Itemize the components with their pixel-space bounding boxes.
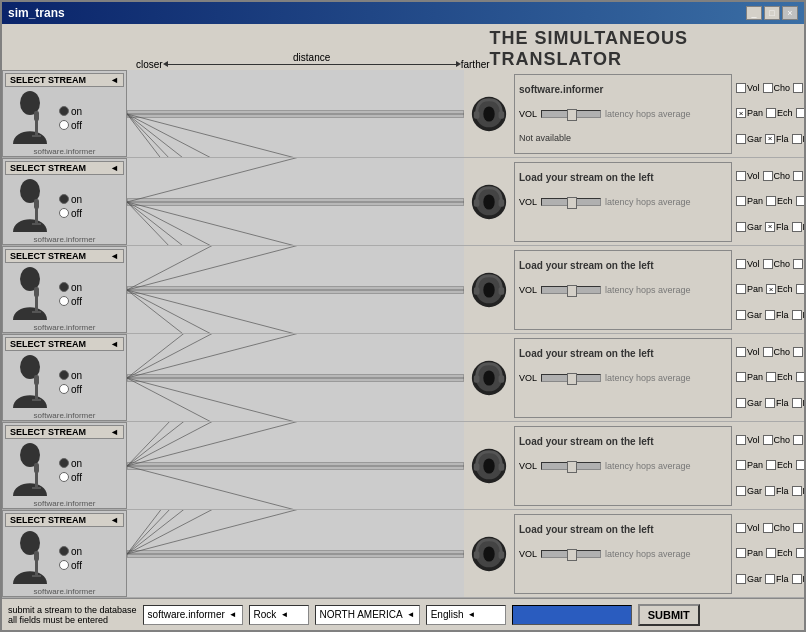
checkbox-ech-1[interactable]	[766, 108, 776, 118]
select-stream-label-5[interactable]: SELECT STREAM ◄	[5, 425, 124, 439]
checkbox-fla-1[interactable]: ×	[765, 134, 775, 144]
vol-slider-4[interactable]	[541, 374, 601, 382]
cb-r2-4[interactable]: R2	[792, 398, 804, 408]
cb-eq-2[interactable]: EQ	[793, 171, 804, 181]
checkbox-cho-4[interactable]	[763, 347, 773, 357]
checkbox-fla-6[interactable]	[765, 574, 775, 584]
on-radio-5[interactable]	[59, 458, 69, 468]
cb-gar-2[interactable]: Gar	[736, 222, 762, 232]
checkbox-vol-4[interactable]	[736, 347, 746, 357]
cb-r1-5[interactable]: R1	[796, 460, 804, 470]
checkbox-r2-1[interactable]	[792, 134, 802, 144]
checkbox-ech-5[interactable]	[766, 460, 776, 470]
vol-slider-2[interactable]	[541, 198, 601, 206]
off-row-5[interactable]: off	[59, 472, 82, 483]
off-radio-1[interactable]	[59, 120, 69, 130]
checkbox-vol-6[interactable]	[736, 523, 746, 533]
checkbox-vol-2[interactable]	[736, 171, 746, 181]
vol-slider-6[interactable]	[541, 550, 601, 558]
cb-eq-4[interactable]: EQ	[793, 347, 804, 357]
on-row-2[interactable]: on	[59, 194, 82, 205]
cb-ech-2[interactable]: Ech	[766, 196, 793, 206]
on-row-5[interactable]: on	[59, 458, 82, 469]
cb-ech-3[interactable]: × Ech	[766, 284, 793, 294]
select-stream-label-3[interactable]: SELECT STREAM ◄	[5, 249, 124, 263]
checkbox-gar-3[interactable]	[736, 310, 746, 320]
cb-cho-5[interactable]: Cho	[763, 435, 791, 445]
checkbox-r2-3[interactable]	[792, 310, 802, 320]
select-stream-label-4[interactable]: SELECT STREAM ◄	[5, 337, 124, 351]
checkbox-cho-3[interactable]	[763, 259, 773, 269]
select-stream-label-6[interactable]: SELECT STREAM ◄	[5, 513, 124, 527]
checkbox-gar-6[interactable]	[736, 574, 746, 584]
cb-r2-3[interactable]: R2	[792, 310, 804, 320]
checkbox-cho-2[interactable]	[763, 171, 773, 181]
checkbox-r2-6[interactable]	[792, 574, 802, 584]
checkbox-cho-6[interactable]	[763, 523, 773, 533]
checkbox-vol-3[interactable]	[736, 259, 746, 269]
cb-r2-6[interactable]: R2	[792, 574, 804, 584]
cb-pan-1[interactable]: × Pan	[736, 108, 763, 118]
off-row-4[interactable]: off	[59, 384, 82, 395]
cb-eq-5[interactable]: EQ	[793, 435, 804, 445]
checkbox-ech-6[interactable]	[766, 548, 776, 558]
region-dropdown[interactable]: NORTH AMERICA ◄	[315, 605, 420, 625]
checkbox-fla-4[interactable]	[765, 398, 775, 408]
vol-thumb-4[interactable]	[567, 373, 577, 385]
cb-pan-3[interactable]: Pan	[736, 284, 763, 294]
vol-slider-1[interactable]	[541, 110, 601, 118]
checkbox-r2-2[interactable]	[792, 222, 802, 232]
cb-r2-5[interactable]: R2	[792, 486, 804, 496]
cb-gar-3[interactable]: Gar	[736, 310, 762, 320]
off-radio-4[interactable]	[59, 384, 69, 394]
type-dropdown[interactable]: Rock ◄	[249, 605, 309, 625]
checkbox-eq-1[interactable]	[793, 83, 803, 93]
close-button[interactable]: ×	[782, 6, 798, 20]
checkbox-gar-1[interactable]	[736, 134, 746, 144]
checkbox-pan-5[interactable]	[736, 460, 746, 470]
checkbox-cho-5[interactable]	[763, 435, 773, 445]
checkbox-r1-6[interactable]	[796, 548, 804, 558]
cb-cho-1[interactable]: Cho	[763, 83, 791, 93]
checkbox-eq-4[interactable]	[793, 347, 803, 357]
slider-track-3[interactable]	[127, 286, 464, 294]
checkbox-cho-1[interactable]	[763, 83, 773, 93]
cb-fla-5[interactable]: Fla	[765, 486, 789, 496]
vol-thumb-2[interactable]	[567, 197, 577, 209]
checkbox-r2-4[interactable]	[792, 398, 802, 408]
cb-gar-1[interactable]: Gar	[736, 134, 762, 144]
checkbox-r2-5[interactable]	[792, 486, 802, 496]
submit-button[interactable]: SUBMIT	[638, 604, 700, 626]
cb-vol-5[interactable]: Vol	[736, 435, 760, 445]
checkbox-r1-3[interactable]	[796, 284, 804, 294]
checkbox-fla-5[interactable]	[765, 486, 775, 496]
cb-r2-1[interactable]: R2	[792, 134, 804, 144]
cb-r1-2[interactable]: R1	[796, 196, 804, 206]
cb-fla-4[interactable]: Fla	[765, 398, 789, 408]
vol-slider-5[interactable]	[541, 462, 601, 470]
cb-ech-5[interactable]: Ech	[766, 460, 793, 470]
vol-thumb-1[interactable]	[567, 109, 577, 121]
checkbox-pan-6[interactable]	[736, 548, 746, 558]
cb-pan-5[interactable]: Pan	[736, 460, 763, 470]
checkbox-pan-4[interactable]	[736, 372, 746, 382]
cb-fla-1[interactable]: × Fla	[765, 134, 789, 144]
checkbox-ech-3[interactable]: ×	[766, 284, 776, 294]
checkbox-pan-3[interactable]	[736, 284, 746, 294]
on-row-4[interactable]: on	[59, 370, 82, 381]
on-radio-4[interactable]	[59, 370, 69, 380]
cb-cho-3[interactable]: Cho	[763, 259, 791, 269]
off-radio-2[interactable]	[59, 208, 69, 218]
cb-vol-6[interactable]: Vol	[736, 523, 760, 533]
checkbox-eq-2[interactable]	[793, 171, 803, 181]
slider-track-1[interactable]	[127, 110, 464, 118]
cb-fla-6[interactable]: Fla	[765, 574, 789, 584]
cb-gar-6[interactable]: Gar	[736, 574, 762, 584]
cb-pan-4[interactable]: Pan	[736, 372, 763, 382]
cb-eq-1[interactable]: EQ	[793, 83, 804, 93]
checkbox-ech-2[interactable]	[766, 196, 776, 206]
cb-ech-4[interactable]: Ech	[766, 372, 793, 382]
checkbox-pan-1[interactable]: ×	[736, 108, 746, 118]
on-radio-1[interactable]	[59, 106, 69, 116]
off-row-6[interactable]: off	[59, 560, 82, 571]
